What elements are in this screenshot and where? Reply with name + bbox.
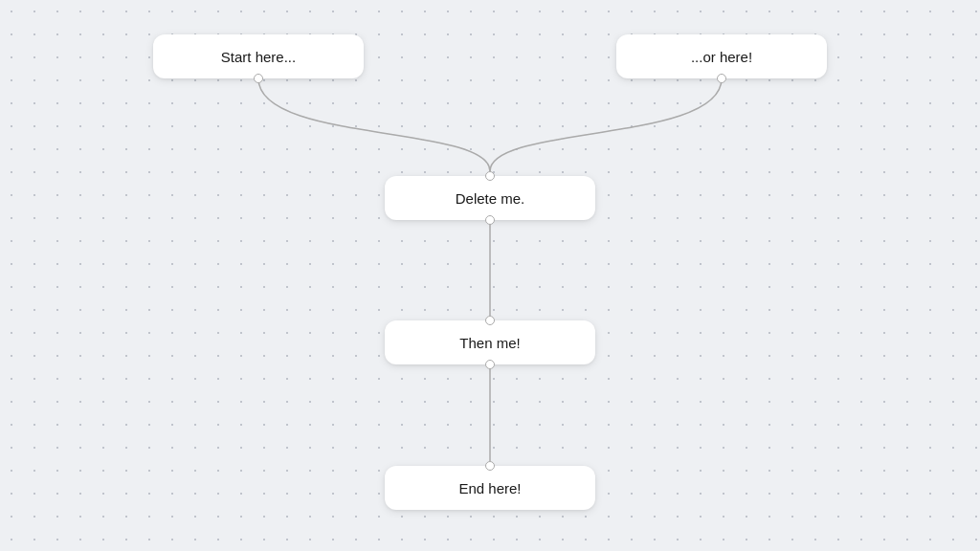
node-delete-me-label: Delete me.: [456, 190, 525, 207]
dot-thenme-bottom: [485, 360, 495, 369]
dot-endhere-top: [485, 461, 495, 471]
edge-start-to-delete: [258, 78, 490, 171]
node-or-here[interactable]: ...or here!: [616, 34, 827, 78]
node-delete-me[interactable]: Delete me.: [385, 176, 595, 220]
dot-deleteme-top: [485, 171, 495, 181]
node-end-here[interactable]: End here!: [385, 466, 595, 510]
edge-orhere-to-delete: [490, 78, 722, 171]
dot-thenme-top: [485, 316, 495, 325]
node-end-here-label: End here!: [458, 480, 521, 496]
node-then-me-label: Then me!: [459, 335, 520, 351]
node-or-here-label: ...or here!: [691, 49, 752, 65]
dot-orhere-bottom: [717, 74, 726, 83]
node-then-me[interactable]: Then me!: [385, 320, 595, 364]
node-start-label: Start here...: [221, 49, 296, 65]
node-start[interactable]: Start here...: [153, 34, 364, 78]
dot-start-bottom: [254, 74, 263, 83]
dot-deleteme-bottom: [485, 215, 495, 225]
diagram-canvas: Start here... ...or here! Delete me. The…: [0, 0, 980, 551]
